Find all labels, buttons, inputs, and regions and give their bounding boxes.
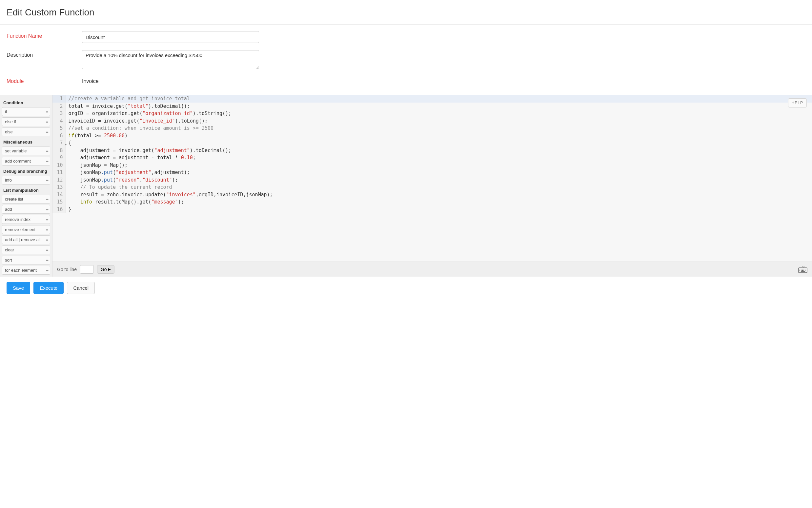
go-button[interactable]: Go ▶ bbox=[97, 265, 115, 274]
code-content[interactable]: //set a condition: when invoice amount i… bbox=[66, 125, 812, 132]
line-number: 10 bbox=[52, 162, 66, 169]
sidebar-item-label: for each element bbox=[5, 268, 37, 273]
svg-rect-11 bbox=[801, 271, 805, 272]
code-line[interactable]: 16} bbox=[52, 206, 812, 213]
code-content[interactable]: result = zoho.invoice.update("invoices",… bbox=[66, 191, 812, 199]
cancel-button[interactable]: Cancel bbox=[67, 282, 95, 294]
code-content[interactable]: if(total >= 2500.00) bbox=[66, 132, 812, 140]
sidebar-snippet-item[interactable]: else if▸▸ bbox=[2, 117, 50, 126]
code-content[interactable]: jsonMap = Map(); bbox=[66, 162, 812, 169]
line-number: 3 bbox=[52, 110, 66, 117]
insert-icon: ▸▸ bbox=[46, 268, 48, 272]
code-line[interactable]: 8 adjustment = invoice.get("adjustment")… bbox=[52, 147, 812, 154]
editor-wrap: Conditionif▸▸else if▸▸else▸▸Miscellaneou… bbox=[0, 95, 812, 277]
sidebar-snippet-item[interactable]: add comment▸▸ bbox=[2, 157, 50, 166]
insert-icon: ▸▸ bbox=[46, 248, 48, 252]
code-content[interactable]: // To update the current record bbox=[66, 183, 812, 191]
line-number: 11 bbox=[52, 169, 66, 176]
keyboard-icon[interactable] bbox=[798, 266, 807, 273]
sidebar-item-label: add comment bbox=[5, 159, 31, 164]
line-number: 6 bbox=[52, 132, 66, 140]
code-line[interactable]: 11 jsonMap.put("adjustment",adjustment); bbox=[52, 169, 812, 176]
sidebar-heading: Miscellaneous bbox=[2, 138, 50, 146]
line-number: 14 bbox=[52, 191, 66, 199]
code-line[interactable]: 13 // To update the current record bbox=[52, 183, 812, 191]
svg-rect-4 bbox=[804, 269, 804, 269]
line-number: 5 bbox=[52, 125, 66, 132]
code-content[interactable]: adjustment = invoice.get("adjustment").t… bbox=[66, 147, 812, 154]
sidebar-item-label: add all | remove all bbox=[5, 237, 41, 242]
code-content[interactable]: //create a variable and get invoice tota… bbox=[66, 95, 812, 102]
sidebar-snippet-item[interactable]: remove index▸▸ bbox=[2, 215, 50, 224]
page-title: Edit Custom Function bbox=[0, 0, 812, 24]
sidebar-snippet-item[interactable]: create list▸▸ bbox=[2, 195, 50, 204]
line-number: 4 bbox=[52, 117, 66, 125]
line-number: 16 bbox=[52, 206, 66, 213]
code-line[interactable]: 6if(total >= 2500.00) bbox=[52, 132, 812, 140]
insert-icon: ▸▸ bbox=[46, 130, 48, 134]
sidebar-snippet-item[interactable]: add▸▸ bbox=[2, 205, 50, 214]
code-content[interactable]: adjustment = adjustment - total * 0.10; bbox=[66, 154, 812, 162]
code-line[interactable]: 14 result = zoho.invoice.update("invoice… bbox=[52, 191, 812, 199]
insert-icon: ▸▸ bbox=[46, 178, 48, 182]
code-editor[interactable]: 1//create a variable and get invoice tot… bbox=[52, 95, 812, 261]
code-line[interactable]: 5//set a condition: when invoice amount … bbox=[52, 125, 812, 132]
code-line[interactable]: 10 jsonMap = Map(); bbox=[52, 162, 812, 169]
sidebar-snippet-item[interactable]: info▸▸ bbox=[2, 176, 50, 184]
sidebar-item-label: remove element bbox=[5, 227, 35, 232]
editor-column: HELP 1//create a variable and get invoic… bbox=[52, 95, 812, 277]
sidebar-snippet-item[interactable]: remove element▸▸ bbox=[2, 225, 50, 234]
line-number: 1 bbox=[52, 95, 66, 102]
label-module: Module bbox=[7, 76, 82, 84]
line-number: 15 bbox=[52, 198, 66, 206]
svg-rect-2 bbox=[801, 269, 802, 269]
code-content[interactable]: orgID = organization.get("organization_i… bbox=[66, 110, 812, 117]
help-button[interactable]: HELP bbox=[788, 98, 807, 108]
sidebar-snippet-item[interactable]: for each element▸▸ bbox=[2, 266, 50, 274]
sidebar-item-label: set variable bbox=[5, 149, 27, 154]
insert-icon: ▸▸ bbox=[46, 110, 48, 114]
code-content[interactable]: invoiceID = invoice.get("invoice_id").to… bbox=[66, 117, 812, 125]
form-area: Function Name Description Module Invoice bbox=[0, 25, 812, 95]
code-content[interactable]: jsonMap.put("reason","discount"); bbox=[66, 176, 812, 184]
code-content[interactable]: total = invoice.get("total").toDecimal()… bbox=[66, 102, 812, 110]
insert-icon: ▸▸ bbox=[46, 197, 48, 201]
svg-rect-7 bbox=[801, 270, 802, 271]
sidebar-snippet-item[interactable]: add all | remove all▸▸ bbox=[2, 235, 50, 244]
sidebar-item-label: remove index bbox=[5, 217, 31, 222]
line-number: 7▼ bbox=[52, 139, 66, 147]
label-function-name: Function Name bbox=[7, 31, 82, 39]
code-line[interactable]: 9 adjustment = adjustment - total * 0.10… bbox=[52, 154, 812, 162]
code-line[interactable]: 2total = invoice.get("total").toDecimal(… bbox=[52, 102, 812, 110]
execute-button[interactable]: Execute bbox=[34, 282, 64, 294]
insert-icon: ▸▸ bbox=[46, 207, 48, 211]
sidebar-snippet-item[interactable]: if▸▸ bbox=[2, 107, 50, 116]
code-content[interactable]: jsonMap.put("adjustment",adjustment); bbox=[66, 169, 812, 176]
sidebar-heading: List manipulation bbox=[2, 186, 50, 195]
row-description: Description bbox=[7, 50, 805, 69]
code-content[interactable]: } bbox=[66, 206, 812, 213]
code-line[interactable]: 4invoiceID = invoice.get("invoice_id").t… bbox=[52, 117, 812, 125]
code-line[interactable]: 3orgID = organization.get("organization_… bbox=[52, 110, 812, 117]
insert-icon: ▸▸ bbox=[46, 159, 48, 163]
sidebar-item-label: else if bbox=[5, 119, 16, 124]
sidebar-snippet-item[interactable]: sort▸▸ bbox=[2, 256, 50, 264]
code-line[interactable]: 1//create a variable and get invoice tot… bbox=[52, 95, 812, 102]
code-line[interactable]: 12 jsonMap.put("reason","discount"); bbox=[52, 176, 812, 184]
row-module: Module Invoice bbox=[7, 76, 805, 84]
sidebar-snippet-item[interactable]: clear▸▸ bbox=[2, 246, 50, 254]
save-button[interactable]: Save bbox=[7, 282, 30, 294]
code-content[interactable]: { bbox=[66, 139, 812, 147]
sidebar-snippet-item[interactable]: set variable▸▸ bbox=[2, 146, 50, 155]
input-function-name[interactable] bbox=[82, 31, 259, 43]
code-line[interactable]: 7▼{ bbox=[52, 139, 812, 147]
sidebar-snippet-item[interactable]: else▸▸ bbox=[2, 127, 50, 136]
sidebar-heading: Condition bbox=[2, 98, 50, 107]
code-line[interactable]: 15 info result.toMap().get("message"); bbox=[52, 198, 812, 206]
svg-rect-8 bbox=[802, 270, 803, 271]
goto-line-input[interactable] bbox=[80, 265, 94, 274]
input-description[interactable] bbox=[82, 50, 259, 69]
sidebar-heading: Debug and branching bbox=[2, 167, 50, 176]
sidebar-item-label: sort bbox=[5, 258, 12, 262]
code-content[interactable]: info result.toMap().get("message"); bbox=[66, 198, 812, 206]
